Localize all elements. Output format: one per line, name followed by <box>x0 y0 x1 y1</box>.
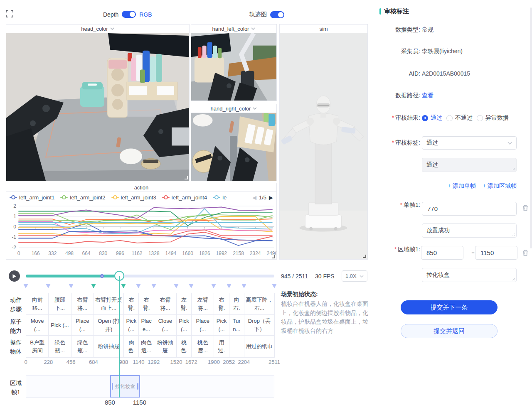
step-cell-action-11[interactable]: 向右. <box>229 293 244 315</box>
resize-corner-icon[interactable] <box>272 255 275 258</box>
resize-corner-icon[interactable] <box>363 255 366 258</box>
timeline-marker-1520[interactable] <box>174 284 179 288</box>
step-cell-atomic-9[interactable]: Place (... <box>191 314 214 336</box>
step-cell-action-12[interactable]: 高度下降，右... <box>244 293 275 315</box>
legend-item-left_arm_joint3[interactable]: left_arm_joint3 <box>111 194 156 201</box>
timeline-marker-1292[interactable] <box>151 284 156 288</box>
step-cell-action-9[interactable]: 左臂将... <box>191 293 214 315</box>
step-cell-atomic-11[interactable]: Turn... <box>229 314 244 336</box>
step-cell-action-5[interactable]: 右臂. <box>123 293 139 315</box>
step-cell-action-10[interactable]: 右臂. <box>214 293 229 315</box>
sidebar-title: 审核标注 <box>384 7 409 15</box>
delete-single-frame-icon[interactable] <box>522 204 529 213</box>
step-cell-action-8[interactable]: 左臂. <box>176 293 192 315</box>
submit-return-button[interactable]: 提交并返回 <box>401 324 498 338</box>
radio-fail[interactable]: 不通过 <box>446 114 473 122</box>
chevron-down-icon <box>110 27 114 30</box>
depth-rgb-toggle[interactable] <box>122 11 136 18</box>
legend-next-icon[interactable]: ▶ <box>269 194 273 201</box>
step-cell-atomic-10[interactable]: Pick (... <box>214 314 229 336</box>
step-cell-object-12[interactable]: 用过的纸巾 <box>244 335 275 358</box>
add-region-frame-button[interactable]: + 添加区域帧 <box>483 182 517 190</box>
delete-region-frame-icon[interactable] <box>522 249 529 258</box>
timeline-marker-1900[interactable] <box>211 284 216 288</box>
step-cell-object-6[interactable]: 肉色透... <box>138 335 154 358</box>
radio-pass[interactable]: 通过 <box>422 114 442 122</box>
legend-glyph <box>162 195 170 199</box>
playback-slider[interactable] <box>26 275 274 277</box>
timeline-marker-228[interactable] <box>46 284 51 288</box>
region-end-input[interactable]: 1150 <box>475 246 517 260</box>
resize-corner-icon[interactable] <box>185 176 188 179</box>
step-cell-object-2[interactable]: 绿色瓶... <box>48 335 71 358</box>
step-cell-atomic-12[interactable]: Drop（丢下） <box>244 314 275 336</box>
hand-right-panel: hand_right_color <box>191 104 277 181</box>
legend-prev-icon[interactable]: ◀ <box>252 194 256 201</box>
single-frame-desc[interactable]: 放置成功 <box>422 223 517 238</box>
sim-viewport[interactable] <box>280 33 367 259</box>
review-tag-select[interactable]: 通过 <box>422 136 517 150</box>
region-frame-track[interactable]: 拉化妆盒 <box>26 375 274 398</box>
timeline-marker-0[interactable] <box>23 284 28 288</box>
add-single-frame-button[interactable]: + 添加单帧 <box>448 182 476 190</box>
step-cell-object-1[interactable]: B户型房间 <box>26 335 49 358</box>
single-frame-input[interactable]: 770 <box>422 202 517 216</box>
step-cell-action-6[interactable]: 右臂. <box>138 293 154 315</box>
action-chart-body[interactable]: 210-1-2016633249866483099611621328149416… <box>6 203 276 260</box>
legend-item-left_arm_joint1[interactable]: left_arm_joint1 <box>10 194 54 201</box>
step-cell-atomic-7[interactable]: Close (... <box>154 314 177 336</box>
region-start-input[interactable]: 850 <box>421 246 463 260</box>
timeline-marker-456[interactable] <box>69 284 74 288</box>
step-cell-action-1[interactable]: 向前移... <box>26 293 49 315</box>
step-cell-action-7[interactable]: 右臂将... <box>154 293 177 315</box>
trajectory-toggle[interactable] <box>270 11 284 18</box>
step-cell-object-5[interactable]: 肉色. <box>123 335 139 358</box>
step-cell-atomic-5[interactable]: Pick (... <box>123 314 139 336</box>
step-cell-atomic-2[interactable]: Pick (... <box>48 314 71 336</box>
submit-next-button[interactable]: 提交并下一条 <box>401 300 498 314</box>
legend-glyph <box>10 195 17 199</box>
region-left-handle[interactable] <box>112 383 113 390</box>
step-cell-object-7[interactable]: 粉饼抽屉 <box>154 335 177 358</box>
review-sidebar: 审核标注 数据类型: 常规 采集员: 李轶晨(liyichen) AID: A2… <box>373 0 532 410</box>
step-cell-atomic-8[interactable]: Pick (... <box>176 314 192 336</box>
hand-right-header[interactable]: hand_right_color <box>191 104 276 113</box>
view-data-path-link[interactable]: 查看 <box>422 92 433 99</box>
step-cell-object-9[interactable]: 桃色唇... <box>191 335 214 358</box>
field-label: *审核标签: <box>373 139 420 147</box>
region-right-handle[interactable] <box>137 383 138 390</box>
timeline-marker-684[interactable] <box>91 284 96 288</box>
region-frame-desc[interactable]: 拉化妆盒 <box>422 268 517 282</box>
fullscreen-icon[interactable] <box>6 10 13 17</box>
sidebar-scrollbar[interactable] <box>530 7 532 248</box>
step-cell-object-11[interactable] <box>229 335 244 358</box>
timeline-marker-988[interactable] <box>121 284 126 288</box>
legend-item-left_arm_joint2[interactable]: left_arm_joint2 <box>60 194 105 201</box>
step-cell-atomic-1[interactable]: Move (... <box>26 314 49 336</box>
input-value: 770 <box>427 205 438 212</box>
hand-left-header[interactable]: hand_left_color <box>191 25 276 33</box>
play-button[interactable] <box>9 270 20 282</box>
radio-abnormal[interactable]: 异常数据 <box>477 114 509 122</box>
region-frame-box[interactable]: 拉化妆盒 <box>110 375 140 398</box>
head-color-header[interactable]: head_color <box>6 25 189 33</box>
review-tag-note[interactable]: 通过 <box>422 158 517 172</box>
timeline-marker-1140[interactable] <box>136 284 141 288</box>
step-cell-object-10[interactable]: 用过. <box>214 335 229 358</box>
speed-select[interactable]: 1.0X <box>342 270 367 282</box>
head-color-panel: head_color <box>6 24 190 181</box>
timeline-marker-2052[interactable] <box>227 284 232 288</box>
input-value: 850 <box>426 249 437 256</box>
step-cell-object-8[interactable]: 桃色. <box>176 335 192 358</box>
step-cell-action-3[interactable]: 右臂将... <box>71 293 94 315</box>
timeline-marker-2204[interactable] <box>241 284 246 288</box>
timeline-marker-1672[interactable] <box>189 284 194 288</box>
legend-item-le[interactable]: le <box>213 194 227 201</box>
step-cell-atomic-3[interactable]: Place (... <box>71 314 94 336</box>
step-cell-action-2[interactable]: 腰部下... <box>48 293 71 315</box>
step-cell-object-3[interactable]: 绿色瓶... <box>71 335 94 358</box>
legend-item-left_arm_joint4[interactable]: left_arm_joint4 <box>162 194 207 201</box>
step-cell-atomic-6[interactable]: Place... <box>138 314 154 336</box>
toggle-knob <box>278 12 283 17</box>
timeline-marker-2511[interactable] <box>272 284 277 288</box>
